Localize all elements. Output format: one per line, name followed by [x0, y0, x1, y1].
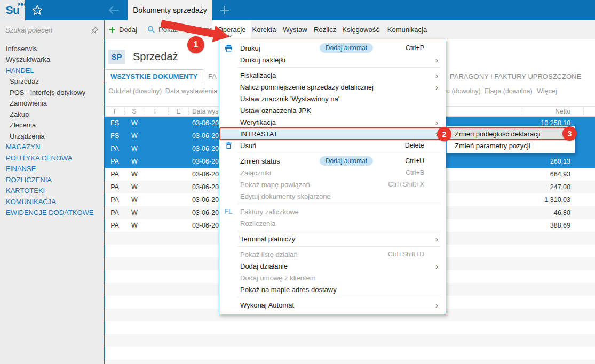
- add-button[interactable]: Dodaj: [109, 20, 137, 39]
- menu-item-usun[interactable]: Usuń Delete: [219, 140, 446, 151]
- menu-rozlicz[interactable]: Rozlicz: [313, 20, 337, 39]
- menu-item-zalaczniki[interactable]: Załączniki Ctrl+B: [219, 167, 446, 179]
- empty-row: [105, 334, 595, 347]
- col-header-netto[interactable]: Netto: [522, 108, 583, 115]
- page-title: Sprzedaż: [133, 51, 178, 63]
- filter-flaga[interactable]: Flaga (dowolna): [485, 87, 533, 95]
- sidebar-item-polityka-cenowa[interactable]: POLITYKA CENOWA: [0, 152, 104, 164]
- col-header-f[interactable]: F: [144, 108, 169, 115]
- menu-korekta[interactable]: Korekta: [252, 20, 276, 39]
- new-tab-button[interactable]: [212, 0, 237, 20]
- sidebar: Szukaj poleceń Infoserwis Wyszukiwarka H…: [0, 20, 104, 364]
- menu-item-wykonaj-automat[interactable]: Wykonaj Automat: [219, 299, 446, 311]
- menu-item-dodaj-umowe[interactable]: Dodaj umowę z klientem: [219, 272, 446, 284]
- printer-icon: [221, 44, 235, 52]
- filter-wiecej[interactable]: Więcej: [537, 87, 557, 95]
- submenu-arrow-icon: [424, 83, 438, 92]
- command-search[interactable]: Szukaj poleceń: [0, 20, 104, 40]
- sidebar-item-sprzedaz[interactable]: Sprzedaż: [0, 76, 104, 87]
- logo-text: Su: [6, 4, 20, 16]
- sidebar-nav: Infoserwis Wyszukiwarka HANDEL Sprzedaż …: [0, 40, 104, 218]
- app-logo[interactable]: SuPRO: [0, 0, 25, 20]
- menu-wystaw[interactable]: Wystaw: [283, 20, 307, 39]
- sidebar-item-urzadzenia[interactable]: Urządzenia: [0, 131, 104, 142]
- menu-separator: [237, 246, 440, 247]
- plus-icon: [109, 26, 116, 33]
- menu-item-pokaz-mape-powiazan[interactable]: Pokaż mapę powiązań Ctrl+Shift+X: [219, 179, 446, 190]
- sidebar-item-zlecenia[interactable]: Zlecenia: [0, 120, 104, 131]
- menu-item-edytuj-dokumenty-skojarzone[interactable]: Edytuj dokumenty skojarzone: [219, 190, 446, 202]
- pin-icon[interactable]: [91, 26, 99, 34]
- dodaj-automat-badge[interactable]: Dodaj automat: [320, 43, 373, 53]
- filter-data-wystawienia[interactable]: Data wystawienia: [165, 87, 217, 95]
- back-arrow-icon[interactable]: [107, 4, 121, 17]
- filter-oddzial[interactable]: Oddział (dowolny): [108, 87, 162, 95]
- menu-separator: [237, 153, 440, 153]
- chevron-down-icon: [227, 34, 233, 37]
- menu-ksiegowosc[interactable]: Księgowość: [342, 20, 380, 39]
- fl-icon: FL: [221, 208, 235, 215]
- sidebar-item-handel[interactable]: HANDEL: [0, 65, 104, 76]
- empty-row: [105, 321, 595, 334]
- empty-row: [105, 347, 595, 360]
- search-icon: [147, 26, 155, 34]
- menu-item-terminal-platniczy[interactable]: Terminal płatniczy: [219, 233, 446, 245]
- submenu-arrow-icon: [424, 55, 438, 64]
- operacje-dropdown-menu: Drukuj Dodaj automat Ctrl+P Drukuj nakle…: [219, 39, 446, 314]
- search-placeholder: Szukaj poleceń: [5, 26, 91, 34]
- sidebar-item-pos[interactable]: POS - interfejs dotykowy: [0, 87, 104, 98]
- menu-item-ustaw-znacznik[interactable]: Ustaw znacznik 'Wystawiony na': [219, 93, 446, 104]
- menu-separator: [237, 204, 440, 204]
- sidebar-item-infoserwis[interactable]: Infoserwis: [0, 43, 104, 54]
- show-button[interactable]: Pokaż: [147, 20, 178, 39]
- empty-row: [105, 360, 595, 364]
- sidebar-item-kartoteki[interactable]: KARTOTEKI: [0, 185, 104, 197]
- submenu-arrow-icon: [424, 130, 438, 139]
- module-badge: SP: [108, 50, 125, 64]
- annotation-step-1: 1: [187, 36, 204, 53]
- submenu-arrow-icon: [424, 71, 438, 80]
- plus-icon: [219, 4, 231, 16]
- filter-typ-dokumentu[interactable]: u (dowolny): [446, 87, 481, 95]
- col-header-t[interactable]: T: [105, 108, 125, 115]
- submenu-arrow-icon: [424, 118, 438, 127]
- trash-icon: [221, 142, 235, 149]
- tab-dokumenty-sprzedazy[interactable]: Dokumenty sprzedaży: [128, 0, 212, 20]
- menu-separator: [237, 297, 440, 297]
- col-header-e[interactable]: E: [169, 108, 189, 115]
- title-bar: SuPRO Dokumenty sprzedaży: [0, 0, 595, 20]
- menu-item-weryfikacja[interactable]: Weryfikacja: [219, 116, 446, 128]
- menu-item-pokaz-liste-dzialan[interactable]: Pokaż listę działań Ctrl+Shift+D: [219, 248, 446, 260]
- sidebar-item-komunikacja[interactable]: KOMUNIKACJA: [0, 196, 104, 207]
- sidebar-item-zakup[interactable]: Zakup: [0, 109, 104, 120]
- tab-fa[interactable]: FA: [208, 72, 217, 80]
- menu-item-zmien-status[interactable]: Zmień status Dodaj automat Ctrl+U: [219, 155, 446, 167]
- submenu-item-zmien-parametry[interactable]: Zmień parametry pozycji: [447, 140, 575, 151]
- menu-komunikacja[interactable]: Komunikacja: [384, 20, 430, 39]
- menu-item-dodaj-dzialanie[interactable]: Dodaj działanie: [219, 260, 446, 272]
- sidebar-item-ewidencje-dodatkowe[interactable]: EWIDENCJE DODATKOWE: [0, 207, 104, 219]
- sidebar-item-rozliczenia[interactable]: ROZLICZENIA: [0, 174, 104, 185]
- sidebar-item-magazyn[interactable]: MAGAZYN: [0, 142, 104, 153]
- menu-item-drukuj[interactable]: Drukuj Dodaj automat Ctrl+P: [219, 42, 446, 54]
- sidebar-item-wyszukiwarka[interactable]: Wyszukiwarka: [0, 54, 104, 66]
- tab-paragony-i-faktury[interactable]: PARAGONY I FAKTURY UPROSZCZONE: [450, 72, 581, 80]
- menu-item-nalicz-pomniejszenie[interactable]: Nalicz pomniejszenie sprzedaży detaliczn…: [219, 81, 446, 93]
- dodaj-automat-badge[interactable]: Dodaj automat: [320, 156, 373, 166]
- menu-item-intrastat[interactable]: INTRASTAT: [219, 128, 446, 140]
- tab-wszystkie-dokumenty[interactable]: WSZYSTKIE DOKUMENTY: [105, 69, 203, 83]
- menu-item-rozliczenia[interactable]: Rozliczenia: [219, 217, 446, 229]
- annotation-step-2: 2: [437, 127, 451, 141]
- menu-item-drukuj-naklejki[interactable]: Drukuj naklejki: [219, 54, 446, 66]
- sidebar-item-zamowienia[interactable]: Zamówienia: [0, 98, 104, 109]
- menu-item-ustaw-oznaczenia-jpk[interactable]: Ustaw oznaczenia JPK: [219, 104, 446, 116]
- sidebar-item-finanse[interactable]: FINANSE: [0, 164, 104, 175]
- submenu-item-zmien-podleglosc[interactable]: Zmień podległość deklaracji: [447, 128, 575, 140]
- col-header-s[interactable]: S: [125, 108, 144, 115]
- menu-item-pokaz-na-mapie[interactable]: Pokaż na mapie adres dostawy: [219, 284, 446, 295]
- menu-separator: [237, 67, 440, 68]
- intrastat-submenu: Zmień podległość deklaracji Zmień parame…: [446, 126, 575, 153]
- menu-item-faktury-zaliczkowe[interactable]: FL Faktury zaliczkowe: [219, 206, 446, 217]
- menu-item-fiskalizacja[interactable]: Fiskalizacja: [219, 69, 446, 81]
- favorites-star-icon[interactable]: [31, 4, 44, 17]
